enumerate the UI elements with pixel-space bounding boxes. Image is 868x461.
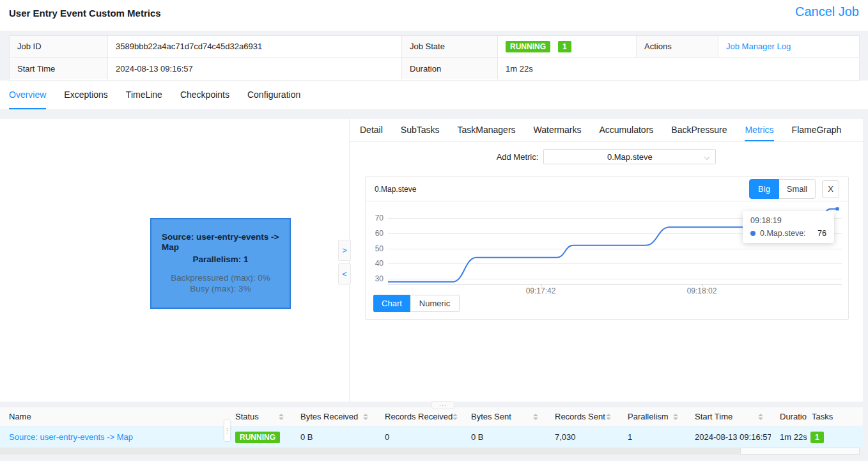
caret-up-icon: [453, 414, 458, 416]
tab-detail[interactable]: Detail: [360, 119, 383, 141]
small-button[interactable]: Small: [779, 179, 816, 199]
series-dot-icon: [750, 231, 756, 236]
duration-label: Duration: [402, 58, 498, 79]
sort-icons[interactable]: [533, 414, 538, 420]
close-metric-button[interactable]: X: [822, 180, 839, 198]
sort-icons[interactable]: [673, 414, 678, 420]
chart-view-button[interactable]: Chart: [373, 295, 410, 312]
sort-icons[interactable]: [363, 414, 368, 420]
job-state-label: Job State: [402, 36, 498, 58]
job-graph-node[interactable]: Source: user-entry-events -> Map Paralle…: [150, 218, 291, 309]
column-header-status[interactable]: Status: [226, 412, 291, 421]
caret-up-icon: [533, 414, 538, 416]
tab-timeline[interactable]: TimeLine: [126, 81, 162, 109]
actions-value: Job Manager Log: [718, 36, 859, 58]
parallelism-cell: 1: [619, 432, 686, 442]
scrollbar-thumb[interactable]: [740, 448, 860, 455]
tab-flamegraph[interactable]: FlameGraph: [792, 119, 842, 141]
column-header-start-time[interactable]: Start Time: [686, 412, 771, 421]
sort-icons[interactable]: [758, 414, 763, 420]
column-header-bytes-received[interactable]: Bytes Received: [291, 412, 376, 421]
caret-up-icon: [279, 414, 284, 416]
column-header-records-sent[interactable]: Records Sent: [546, 412, 619, 421]
records-sent-cell: 7,030: [546, 432, 619, 442]
column-header-tasks: Tasks: [807, 407, 863, 426]
metric-select-value: 0.Map.steve: [607, 152, 653, 162]
job-graph-panel: Source: user-entry-events -> Map Paralle…: [0, 119, 349, 402]
column-header-records-received[interactable]: Records Received: [376, 412, 462, 421]
tab-checkpoints[interactable]: Checkpoints: [180, 81, 229, 109]
y-tick-label: 30: [366, 274, 384, 283]
tasks-cell: 1: [807, 426, 863, 448]
main-tab-bar: Overview Exceptions TimeLine Checkpoints…: [0, 81, 868, 110]
column-drag-handle[interactable]: ⋮: [224, 420, 230, 441]
job-info-table: Job ID 3589bbb22a4ac71d7cd74c45d32a6931 …: [9, 35, 860, 81]
page-header: User Entry Event Custom Metrics Cancel J…: [0, 0, 868, 31]
tab-watermarks[interactable]: Watermarks: [534, 119, 582, 141]
tab-overview[interactable]: Overview: [9, 81, 46, 109]
job-id-label: Job ID: [10, 36, 108, 58]
numeric-view-button[interactable]: Numeric: [410, 295, 460, 312]
y-tick-label: 40: [366, 259, 384, 268]
tab-taskmanagers[interactable]: TaskManagers: [458, 119, 516, 141]
chart-tooltip: 09:18:19 0.Map.steve: 76: [743, 211, 834, 243]
horizontal-scrollbar[interactable]: [0, 448, 860, 455]
detail-panel: Detail SubTasks TaskManagers Watermarks …: [349, 119, 863, 402]
add-metric-label: Add Metric:: [497, 152, 539, 162]
big-button[interactable]: Big: [749, 179, 779, 199]
metric-select[interactable]: 0.Map.steve: [543, 149, 716, 164]
resize-handle-icon: ···: [439, 402, 447, 409]
task-name-link[interactable]: Source: user-entry-events -> Map: [9, 432, 133, 442]
sort-icons[interactable]: [453, 414, 458, 420]
tab-exceptions[interactable]: Exceptions: [64, 81, 107, 109]
job-state-count-badge: 1: [558, 41, 571, 52]
tab-metrics[interactable]: Metrics: [745, 119, 773, 141]
table-header-row: Name Status Bytes Received Records Recei…: [0, 407, 863, 426]
chevron-down-icon: [704, 154, 709, 160]
caret-down-icon: [453, 418, 458, 420]
column-drag-icon: ⋮: [224, 428, 231, 434]
view-toggle: Chart Numeric: [373, 295, 460, 312]
tab-configuration[interactable]: Configuration: [247, 81, 300, 109]
column-header-parallelism[interactable]: Parallelism: [619, 412, 686, 421]
tab-backpressure[interactable]: BackPressure: [671, 119, 727, 141]
caret-up-icon: [606, 414, 611, 416]
column-header-bytes-sent[interactable]: Bytes Sent: [462, 412, 546, 421]
hover-point-marker: [836, 207, 839, 210]
node-backpressured: Backpressured (max): 0%: [162, 273, 279, 283]
job-state-badge: RUNNING: [506, 41, 550, 52]
tooltip-series: 0.Map.steve:: [760, 229, 806, 238]
column-header-name: Name: [0, 412, 226, 421]
collapse-panel-button[interactable]: <: [338, 263, 351, 285]
tab-subtasks[interactable]: SubTasks: [401, 119, 440, 141]
caret-up-icon: [673, 414, 678, 416]
y-tick-label: 50: [366, 244, 384, 253]
bytes-sent-cell: 0 B: [462, 432, 546, 442]
task-name-cell: Source: user-entry-events -> Map: [0, 432, 226, 442]
size-toggle: Big Small: [749, 179, 816, 199]
actions-label: Actions: [637, 36, 718, 58]
duration-value: 1m 22s: [498, 58, 859, 79]
start-time-label: Start Time: [10, 58, 108, 79]
expand-panel-button[interactable]: >: [338, 240, 351, 261]
tab-accumulators[interactable]: Accumulators: [599, 119, 653, 141]
cancel-job-button[interactable]: Cancel Job: [795, 4, 859, 19]
task-table: Name Status Bytes Received Records Recei…: [0, 407, 863, 448]
start-time-cell: 2024-08-13 09:16:57: [686, 432, 771, 442]
sort-icons[interactable]: [606, 414, 611, 420]
caret-down-icon: [673, 418, 678, 420]
caret-down-icon: [363, 418, 368, 420]
chevron-left-icon: <: [342, 269, 347, 279]
status-badge: RUNNING: [235, 432, 280, 443]
metric-card-header: 0.Map.steve Big Small X: [366, 177, 848, 201]
add-metric-row: Add Metric: 0.Map.steve: [350, 142, 863, 171]
node-parallelism: Parallelism: 1: [162, 254, 279, 264]
table-row: Source: user-entry-events -> Map RUNNING…: [0, 426, 863, 448]
job-manager-log-link[interactable]: Job Manager Log: [726, 42, 791, 51]
panel-resize-handle[interactable]: ···: [431, 401, 454, 409]
tooltip-time: 09:18:19: [750, 216, 826, 225]
bytes-received-cell: 0 B: [291, 432, 376, 442]
tooltip-value: 76: [818, 229, 826, 238]
y-tick-label: 60: [366, 229, 384, 238]
sort-icons[interactable]: [279, 414, 284, 420]
